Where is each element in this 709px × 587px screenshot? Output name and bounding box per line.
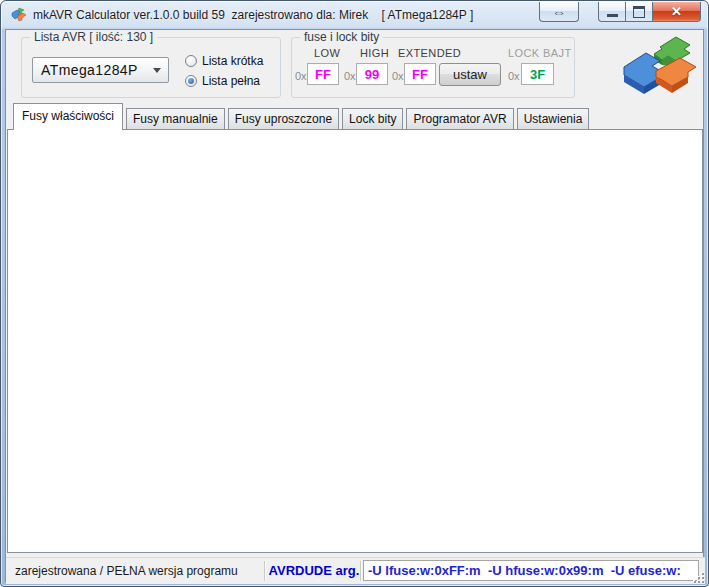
app-window: mkAVR Calculator ver.1.0.0 build 59 zare…	[0, 0, 709, 587]
radio-lista-krotka[interactable]: Lista krótka	[185, 54, 263, 68]
minimize-button[interactable]	[598, 2, 625, 22]
mkavr-logo	[618, 31, 698, 105]
tab-fusy-manualnie[interactable]: Fusy manualnie	[126, 108, 225, 130]
tab-fusy-uproszczone[interactable]: Fusy uproszczone	[228, 108, 339, 130]
statusbar-divider	[360, 561, 361, 581]
tab-lock-bity[interactable]: Lock bity	[342, 108, 403, 130]
lock-byte-label: LOCK BAJT	[508, 47, 572, 59]
close-button[interactable]: ✕	[652, 2, 701, 22]
fuse-lock-group: fuse i lock bity LOW 0x FF HIGH 0x 99 EX…	[291, 37, 575, 98]
fuse-lock-group-title: fuse i lock bity	[300, 30, 383, 44]
resize-grip[interactable]	[692, 571, 704, 583]
tab-programator-avr[interactable]: Programator AVR	[406, 108, 513, 130]
avr-list-group: Lista AVR [ ilość: 130 ] ATmega1284P Lis…	[21, 37, 281, 98]
tab-fusy-w-asciwosci[interactable]: Fusy właściwości	[13, 103, 123, 130]
avrdude-label: AVRDUDE arg.	[268, 558, 360, 584]
chevron-down-icon	[153, 68, 161, 73]
status-bar: zarejestrowana / PEŁNA wersja programu A…	[6, 557, 705, 584]
avrdude-args-field[interactable]: -U lfuse:w:0xFF:m -U hfuse:w:0x99:m -U e…	[363, 560, 699, 581]
maximize-icon	[633, 6, 645, 18]
radio-lista-krotka-label: Lista krótka	[202, 54, 263, 68]
registration-status: zarejestrowana / PEŁNA wersja programu	[15, 558, 238, 584]
extended-fuse-value[interactable]: FF	[404, 63, 436, 85]
hex-prefix: 0x	[392, 70, 404, 82]
title-bar: mkAVR Calculator ver.1.0.0 build 59 zare…	[1, 1, 708, 29]
low-fuse-value[interactable]: FF	[307, 63, 339, 85]
lock-byte-value[interactable]: 3F	[521, 63, 554, 85]
tab-page	[7, 129, 703, 553]
device-select[interactable]: ATmega1284P	[32, 57, 169, 83]
device-select-value: ATmega1284P	[33, 62, 153, 78]
statusbar-divider	[264, 561, 265, 581]
window-title: mkAVR Calculator ver.1.0.0 build 59 zare…	[33, 1, 473, 29]
minimize-icon	[607, 14, 618, 17]
radio-unselected-icon	[185, 55, 197, 67]
app-logo-icon	[11, 7, 27, 23]
radio-selected-icon	[185, 75, 197, 87]
high-fuse-value[interactable]: 99	[356, 63, 388, 85]
set-fuses-button[interactable]: ustaw	[439, 63, 501, 86]
hex-prefix: 0x	[508, 70, 520, 82]
caption-buttons: ✕	[598, 2, 701, 22]
low-fuse-label: LOW	[314, 47, 340, 59]
flip-icon: ⇔	[552, 4, 566, 20]
avr-list-group-title: Lista AVR [ ilość: 130 ]	[30, 30, 157, 44]
high-fuse-label: HIGH	[360, 47, 389, 59]
radio-lista-pelna[interactable]: Lista pełna	[185, 74, 260, 88]
maximize-button[interactable]	[625, 2, 652, 22]
tab-bar: Fusy właściwościFusy manualnieFusy upros…	[13, 103, 592, 130]
radio-lista-pelna-label: Lista pełna	[202, 74, 260, 88]
flip-window-button[interactable]: ⇔	[539, 2, 579, 22]
extended-fuse-label: EXTENDED	[398, 47, 461, 59]
tab-ustawienia[interactable]: Ustawienia	[517, 108, 590, 130]
close-icon: ✕	[671, 4, 682, 19]
hex-prefix: 0x	[295, 70, 307, 82]
hex-prefix: 0x	[344, 70, 356, 82]
